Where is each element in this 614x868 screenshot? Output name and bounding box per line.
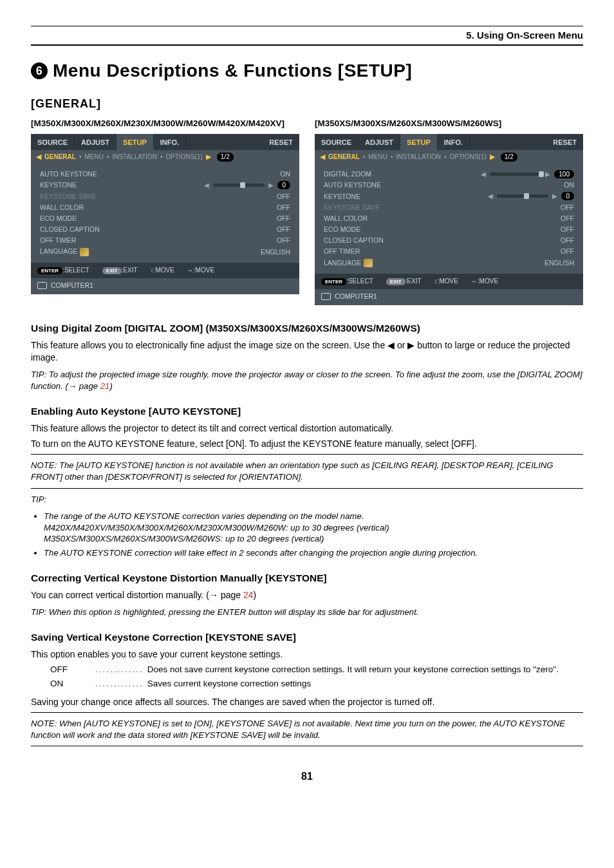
footer-exit: :EXIT xyxy=(405,278,422,285)
tab-info[interactable]: INFO. xyxy=(154,134,186,151)
slider-track[interactable] xyxy=(490,173,541,176)
tip-bullet-2: The AUTO KEYSTONE correction will take e… xyxy=(44,547,583,559)
source-label: COMPUTER1 xyxy=(51,281,93,290)
right-panel-title: [M350XS/M300XS/M260XS/M300WS/M260WS] xyxy=(315,118,583,129)
section-keystone-save-heading: Saving Vertical Keystone Correction [KEY… xyxy=(31,631,583,645)
slider-left-icon[interactable]: ◀ xyxy=(488,192,493,201)
slider-right-icon[interactable]: ▶ xyxy=(552,192,557,201)
section-digital-zoom-heading: Using Digital Zoom [DIGITAL ZOOM] (M350X… xyxy=(31,322,583,335)
tab-reset[interactable]: RESET xyxy=(546,134,583,151)
tab-source[interactable]: SOURCE xyxy=(315,134,358,151)
menu-item[interactable]: CLOSED CAPTIONOFF xyxy=(324,236,574,245)
slider-track[interactable] xyxy=(213,184,265,187)
menu-item[interactable]: KEYSTONE SAVEOFF xyxy=(324,203,574,212)
menu-item[interactable]: OFF TIMEROFF xyxy=(324,247,574,256)
footer-exit: :EXIT xyxy=(122,267,138,274)
source-label: COMPUTER1 xyxy=(335,292,377,301)
slider-thumb[interactable] xyxy=(539,171,544,177)
menu-item-value: ENGLISH xyxy=(261,247,290,256)
menu-item-value: OFF xyxy=(561,247,574,256)
menu-item-value: ENGLISH xyxy=(544,258,574,267)
menu-item-value: OFF xyxy=(277,225,290,234)
footer-select: :SELECT xyxy=(62,267,89,274)
menu-item[interactable]: LANGUAGEENGLISH xyxy=(324,258,574,268)
tab-setup[interactable]: SETUP xyxy=(116,134,154,151)
menu-item-value: ON xyxy=(280,169,290,178)
osd-subtabs: ◀ GENERAL • MENU • INSTALLATION • OPTION… xyxy=(31,150,299,165)
tip-text-b: ) xyxy=(109,381,112,391)
menu-item[interactable]: WALL COLOROFF xyxy=(40,203,290,212)
menu-item-label: KEYSTONE xyxy=(40,180,77,189)
slider-thumb[interactable] xyxy=(524,193,529,199)
tab-info[interactable]: INFO. xyxy=(438,134,470,151)
tab-setup[interactable]: SETUP xyxy=(400,134,438,151)
osd-right: SOURCE ADJUST SETUP INFO. RESET ◀ GENERA… xyxy=(315,134,583,306)
subtab-general[interactable]: GENERAL xyxy=(44,153,76,162)
subtab-options1[interactable]: OPTIONS(1) xyxy=(450,153,487,162)
chapter-header: 5. Using On-Screen Menu xyxy=(31,29,583,46)
tab-adjust[interactable]: ADJUST xyxy=(358,134,400,151)
menu-item[interactable]: ECO MODEOFF xyxy=(324,225,574,234)
page-link-21[interactable]: 21 xyxy=(100,381,110,391)
slider-thumb[interactable] xyxy=(240,182,245,188)
subtab-left-arrow-icon[interactable]: ◀ xyxy=(36,152,41,162)
subtab-right-arrow-icon[interactable]: ▶ xyxy=(490,152,495,162)
tab-reset[interactable]: RESET xyxy=(263,134,299,151)
menu-item-value: OFF xyxy=(277,203,290,212)
footer-move-v: ↕:MOVE xyxy=(434,277,458,286)
osd-footer: ENTER:SELECT EXIT:EXIT ↕:MOVE ↔:MOVE xyxy=(315,274,583,289)
def-on-def: Saves current keystone correction settin… xyxy=(147,678,583,690)
slider[interactable]: ◀▶100 xyxy=(481,170,574,179)
def-off-term: OFF xyxy=(50,664,95,675)
keystone-p-b: ) xyxy=(254,590,257,600)
section-keystone-save-note: NOTE: When [AUTO KEYSTONE] is set to [ON… xyxy=(31,718,583,741)
menu-item-value: OFF xyxy=(277,192,290,201)
page-link-24[interactable]: 24 xyxy=(243,590,254,600)
menu-item[interactable]: ECO MODEOFF xyxy=(40,214,290,223)
menu-item[interactable]: CLOSED CAPTIONOFF xyxy=(40,225,290,234)
menu-item[interactable]: AUTO KEYSTONEON xyxy=(324,180,574,189)
subtab-installation[interactable]: INSTALLATION xyxy=(112,153,157,162)
menu-item-label: WALL COLOR xyxy=(40,203,84,212)
subtab-options1[interactable]: OPTIONS(1) xyxy=(166,153,203,162)
menu-item[interactable]: LANGUAGEENGLISH xyxy=(40,247,290,256)
menu-item-label: LANGUAGE xyxy=(40,247,89,256)
section-keystone-body: You can correct vertical distortion manu… xyxy=(31,589,583,601)
subtab-installation[interactable]: INSTALLATION xyxy=(396,153,441,162)
menu-item-value: OFF xyxy=(277,214,290,223)
exit-icon: EXIT xyxy=(386,278,405,285)
menu-item[interactable]: AUTO KEYSTONEON xyxy=(40,169,290,178)
tab-adjust[interactable]: ADJUST xyxy=(75,134,116,151)
menu-item[interactable]: DIGITAL ZOOM◀▶100 xyxy=(324,169,574,178)
menu-item[interactable]: WALL COLOROFF xyxy=(324,214,574,223)
subtab-right-arrow-icon[interactable]: ▶ xyxy=(206,152,211,162)
footer-move-v: ↕:MOVE xyxy=(151,266,174,275)
subtab-menu[interactable]: MENU xyxy=(84,153,103,162)
menu-item[interactable]: KEYSTONE◀▶0 xyxy=(324,192,574,201)
section-auto-keystone-note: NOTE: The [AUTO KEYSTONE] function is no… xyxy=(31,460,583,483)
menu-item[interactable]: KEYSTONE◀▶0 xyxy=(40,180,290,189)
menu-item[interactable]: OFF TIMEROFF xyxy=(40,236,290,245)
slider[interactable]: ◀▶0 xyxy=(488,192,574,201)
menu-item-label: LANGUAGE xyxy=(324,258,373,268)
slider-right-icon[interactable]: ▶ xyxy=(545,170,550,179)
tab-source[interactable]: SOURCE xyxy=(31,134,75,151)
menu-item-label: WALL COLOR xyxy=(324,214,367,223)
slider-left-icon[interactable]: ◀ xyxy=(481,170,486,179)
section-auto-keystone-p1: This feature allows the projector to det… xyxy=(31,422,583,435)
def-off: OFF ............. Does not save current … xyxy=(50,664,583,675)
slider-track[interactable] xyxy=(497,194,548,198)
osd-source-row: COMPUTER1 xyxy=(31,278,299,294)
menu-item-label: KEYSTONE xyxy=(324,192,360,201)
section-number-icon: 6 xyxy=(31,62,48,79)
slider[interactable]: ◀▶0 xyxy=(204,181,290,190)
general-heading: [GENERAL] xyxy=(31,96,583,111)
subtab-menu[interactable]: MENU xyxy=(368,153,387,162)
slider-right-icon[interactable]: ▶ xyxy=(268,181,274,190)
footer-select: :SELECT xyxy=(346,278,373,285)
menu-item[interactable]: KEYSTONE SAVEOFF xyxy=(40,192,290,201)
subtab-general[interactable]: GENERAL xyxy=(328,153,360,162)
slider-left-icon[interactable]: ◀ xyxy=(204,181,209,190)
osd-tabs: SOURCE ADJUST SETUP INFO. RESET xyxy=(31,134,299,151)
subtab-left-arrow-icon[interactable]: ◀ xyxy=(320,152,325,162)
